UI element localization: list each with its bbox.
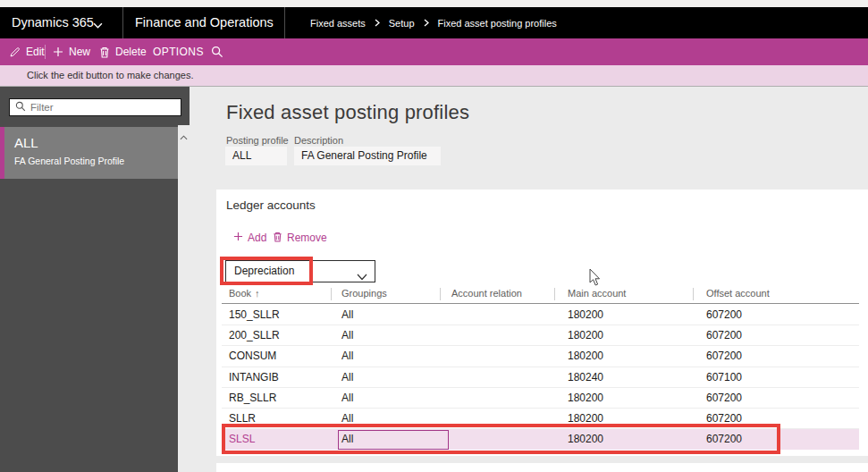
next-section-card [216, 463, 868, 472]
breadcrumb-item-fixed-asset-posting-profiles[interactable]: Fixed asset posting profiles [438, 18, 557, 29]
action-toolbar: Edit New Delete OPTIONS [0, 38, 868, 65]
column-header-offset-account[interactable]: Offset account [706, 288, 770, 299]
description-label: Description [294, 135, 343, 146]
chevron-down-icon [357, 268, 367, 284]
list-scrollbar[interactable] [178, 125, 190, 472]
posting-profile-field[interactable]: ALL [225, 147, 287, 165]
chevron-down-icon[interactable] [93, 18, 103, 34]
pencil-icon [9, 46, 21, 58]
filter-box[interactable] [9, 98, 181, 116]
navbar-divider [284, 7, 285, 38]
list-item-subtitle: FA General Posting Profile [14, 156, 124, 166]
grid-cell[interactable]: 180240 [568, 367, 603, 387]
chevron-right-icon [374, 19, 381, 27]
grid-cell[interactable]: 607200 [706, 305, 742, 324]
grid-cell[interactable]: 607200 [706, 388, 742, 408]
search-icon [15, 99, 26, 115]
trash-icon [273, 232, 282, 245]
app-title[interactable]: Dynamics 365 [12, 7, 94, 38]
grid-cell[interactable]: 180200 [568, 346, 603, 366]
window-top-strip [0, 0, 868, 7]
grid-cell[interactable]: CONSUM [229, 346, 276, 366]
grid-cell[interactable]: 607100 [706, 367, 742, 387]
table-row[interactable]: INTANGIBAll180240607100 [222, 367, 859, 388]
info-message-bar: Click the edit button to make changes. [0, 65, 868, 87]
posting-profile-label: Posting profile [226, 135, 289, 146]
ledger-accounts-card: Ledger accounts Add Remove Depreciation … [216, 190, 868, 456]
grid-cell[interactable]: INTANGIB [229, 367, 279, 387]
search-icon [211, 46, 223, 58]
add-button[interactable]: Add [233, 231, 266, 245]
add-button-label: Add [248, 232, 266, 244]
table-row[interactable]: CONSUMAll180200607200 [222, 346, 859, 367]
grid-cell[interactable]: 180200 [568, 325, 603, 345]
description-field[interactable]: FA General Posting Profile [294, 147, 441, 165]
grid-cell[interactable]: 607200 [706, 325, 742, 345]
breadcrumb-item-fixed-assets[interactable]: Fixed assets [310, 18, 366, 29]
edit-button[interactable]: Edit [9, 38, 45, 65]
column-header-book[interactable]: Book↑ [229, 288, 260, 299]
options-menu-button[interactable]: OPTIONS [153, 38, 204, 65]
app-window: Dynamics 365 Finance and Operations Fixe… [0, 0, 868, 472]
top-navbar: Dynamics 365 Finance and Operations Fixe… [0, 7, 868, 38]
remove-button-label: Remove [287, 232, 327, 244]
mouse-cursor [589, 269, 602, 291]
column-divider [693, 288, 694, 300]
grid-cell[interactable]: All [341, 346, 353, 366]
column-header-account-relation[interactable]: Account relation [451, 288, 522, 299]
column-header-groupings[interactable]: Groupings [341, 288, 387, 299]
grid-cell[interactable]: 150_SLLR [229, 305, 280, 324]
breadcrumb: Fixed assets Setup Fixed asset posting p… [310, 7, 557, 38]
workspace: ALL FA General Posting Profile Fixed ass… [0, 87, 868, 472]
breadcrumb-item-setup[interactable]: Setup [389, 18, 415, 29]
new-button-label: New [69, 46, 90, 58]
table-row[interactable]: 200_SLLRAll180200607200 [222, 325, 859, 346]
plus-icon [53, 46, 63, 57]
plus-icon [233, 232, 243, 244]
delete-button-label: Delete [115, 46, 147, 58]
grid-cell[interactable]: 200_SLLR [229, 325, 280, 345]
chevron-right-icon [423, 19, 430, 27]
annotation-box-selected-row [222, 424, 780, 454]
page-title: Fixed asset posting profiles [226, 101, 469, 124]
search-button[interactable] [211, 38, 223, 65]
grid-header-row: Book↑ Groupings Account relation Main ac… [222, 284, 859, 304]
info-message-text: Click the edit button to make changes. [27, 70, 194, 80]
grid-cell[interactable]: All [341, 305, 353, 324]
grid-cell[interactable]: All [341, 367, 353, 387]
list-item-title: ALL [14, 135, 38, 150]
column-divider [331, 288, 332, 300]
new-button[interactable]: New [53, 38, 90, 65]
grid-cell[interactable]: 607200 [706, 346, 742, 366]
ledger-accounts-title: Ledger accounts [226, 198, 316, 212]
module-title[interactable]: Finance and Operations [135, 7, 274, 38]
grid-cell[interactable]: RB_SLLR [229, 388, 276, 408]
filter-input[interactable] [30, 102, 164, 113]
column-divider [554, 288, 555, 300]
column-divider [440, 288, 441, 300]
grid-cell[interactable]: All [341, 325, 353, 345]
options-menu-label: OPTIONS [153, 46, 204, 58]
record-list-panel: ALL FA General Posting Profile [0, 87, 190, 472]
edit-button-label: Edit [26, 46, 45, 58]
table-row[interactable]: 150_SLLRAll180200607200 [222, 305, 859, 325]
scroll-up-icon[interactable] [180, 129, 188, 145]
toolbar-divider [45, 45, 46, 59]
annotation-box-dropdown [220, 257, 313, 285]
grid-cell[interactable]: 180200 [568, 305, 603, 324]
grid-cell[interactable]: All [341, 388, 353, 408]
navbar-divider [122, 7, 123, 38]
remove-button[interactable]: Remove [273, 231, 327, 245]
table-row[interactable]: RB_SLLRAll180200607200 [222, 388, 859, 409]
trash-icon [99, 46, 110, 58]
grid-cell[interactable]: 180200 [568, 388, 603, 408]
delete-button[interactable]: Delete [99, 38, 147, 65]
sort-ascending-icon: ↑ [255, 288, 260, 299]
list-item-all-profile[interactable]: ALL FA General Posting Profile [0, 127, 178, 179]
